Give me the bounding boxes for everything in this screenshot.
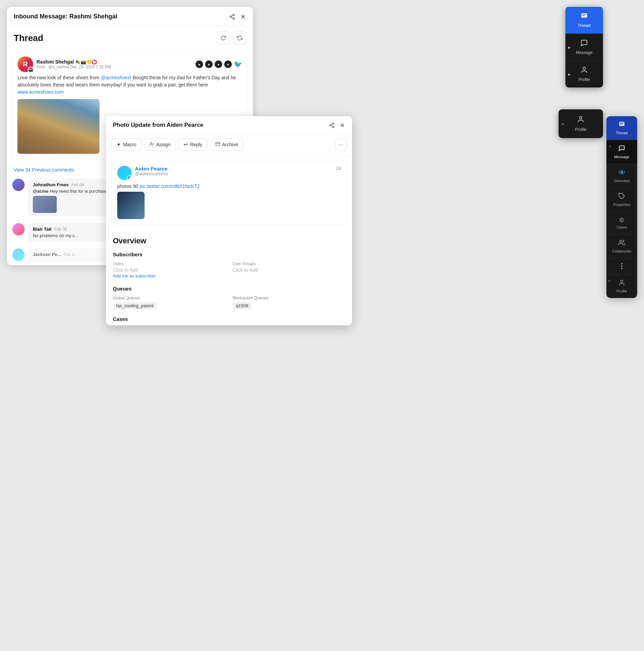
post-icons: ● ● ● ● 🐦: [196, 60, 242, 68]
rsb-properties-label: Properties: [613, 203, 630, 207]
photo-close-button[interactable]: [339, 122, 345, 128]
rsb-properties[interactable]: Properties: [606, 188, 637, 212]
workspace-queues-field: Workspace Queues q1509: [232, 296, 345, 309]
cases-title: Cases: [113, 316, 345, 325]
assign-button[interactable]: Assign: [144, 139, 176, 151]
thread-popup-thread-label: Thread: [578, 23, 591, 28]
rsb-collaborate-icon: [618, 239, 625, 248]
website-link[interactable]: www.acmeshoes.com: [17, 89, 64, 95]
svg-point-11: [579, 117, 582, 119]
rsb-profile-label: Profile: [616, 289, 627, 293]
author-details: Rashmi Shehgal 🎭📸💛⭕ Post · @s_rashmi Dec…: [37, 59, 111, 69]
action-icon-2[interactable]: ●: [205, 60, 213, 68]
svg-point-0: [233, 14, 234, 16]
sync-button[interactable]: [233, 31, 246, 44]
thread-popup-thread[interactable]: Thread: [565, 7, 603, 34]
shoe-image-inner: [17, 99, 99, 154]
archive-button[interactable]: Archive: [210, 139, 243, 151]
svg-rect-26: [620, 124, 622, 124]
rsb-thread-icon: [618, 121, 625, 130]
queues-section: Queues Global Queues lax_cooling_parent …: [113, 286, 345, 309]
close-button[interactable]: [240, 14, 246, 20]
reply-label: Reply: [190, 142, 202, 147]
svg-point-10: [583, 67, 585, 70]
users-value[interactable]: Click to Add: [113, 267, 226, 273]
workspace-queue-value: q1509: [232, 302, 252, 309]
tweet-verify-badge: ✓: [127, 175, 132, 180]
comment-author-3: Jackson Pe...: [33, 252, 61, 257]
svg-point-29: [620, 240, 622, 243]
svg-point-12: [333, 123, 334, 124]
rsb-overview[interactable]: Overview: [606, 164, 637, 188]
photo-share-button[interactable]: [329, 122, 335, 128]
thread-title: Thread: [14, 33, 43, 43]
author-name: Rashmi Shehgal: [37, 59, 74, 65]
author-avatar: R 📷: [17, 56, 33, 72]
rsb-cases[interactable]: © Cases: [606, 212, 637, 234]
global-queues-label: Global Queues: [113, 296, 226, 300]
post-image: [17, 99, 99, 154]
thread-popup-profile[interactable]: ▶ Profile: [565, 61, 603, 87]
action-icon-3[interactable]: ●: [215, 60, 222, 68]
profile-popup-label: Profile: [575, 127, 587, 132]
profile-popup-item[interactable]: ▶ Profile: [559, 109, 603, 138]
svg-point-30: [621, 280, 623, 283]
overview-title: Overview: [113, 236, 345, 245]
subscribers-fields: Users Click to Add User Groups Click to …: [113, 261, 345, 273]
post-author-row: R 📷 Rashmi Shehgal 🎭📸💛⭕ Post · @s_rashmi…: [17, 56, 242, 72]
comment-date-2: Feb 05: [54, 227, 67, 232]
tweet-card: ✓ Aiden Pearce @aidenctosblume 2d photos…: [111, 160, 347, 225]
comment-date-1: Feb 04: [71, 182, 84, 187]
more-button[interactable]: ···: [335, 139, 347, 150]
mention-link[interactable]: @acmeshoes: [101, 75, 130, 80]
rsb-message[interactable]: ▼ Message: [606, 140, 637, 164]
macro-button[interactable]: ✦ Macro: [111, 138, 142, 151]
tweet-link[interactable]: pic.twitter.com/mf6X1NcKT2: [139, 184, 200, 189]
share-button[interactable]: [229, 14, 235, 20]
thread-controls: [217, 31, 246, 44]
rsb-profile[interactable]: ▶ Profile: [606, 274, 637, 298]
tweet-handle: @aidenctosblume: [135, 172, 168, 176]
profile-popup-profile-icon: [577, 116, 585, 125]
right-main-sidebar: Thread ▼ Message Overview Properties © C…: [606, 116, 637, 298]
refresh-button[interactable]: [217, 31, 230, 44]
tweet-author-name: Aiden Pearce: [135, 166, 168, 172]
post-author-info: R 📷 Rashmi Shehgal 🎭📸💛⭕ Post · @s_rashmi…: [17, 56, 111, 72]
tweet-time: 2d: [336, 166, 341, 171]
svg-line-16: [331, 124, 333, 125]
reply-button[interactable]: ↩ Reply: [178, 138, 207, 151]
main-panel-title: Inbound Message: Rashmi Shehgal: [14, 13, 117, 20]
profile-arrow-icon: ▶: [568, 72, 571, 76]
rsb-collaborate-label: Collaborate: [612, 249, 631, 253]
thread-popup-thread-icon: [580, 12, 588, 22]
thread-popup: Thread ▶ Message ▶ Profile: [565, 7, 603, 87]
add-subscriber-link[interactable]: Add me as subscriber: [113, 273, 156, 279]
comment-date-3: Feb 0...: [64, 252, 78, 257]
subscribers-title: Subscribers: [113, 252, 345, 257]
rsb-cases-icon: ©: [619, 217, 624, 224]
svg-rect-8: [582, 14, 587, 15]
rsb-thread[interactable]: Thread: [606, 116, 637, 140]
action-icon-4[interactable]: ●: [224, 60, 232, 68]
thread-popup-message-label: Message: [576, 50, 593, 55]
svg-point-27: [621, 172, 623, 173]
comment-author-1: Johnathon Frees: [33, 182, 69, 187]
comment-avatar-2: [12, 223, 25, 235]
svg-point-2: [233, 18, 234, 19]
rsb-thread-label: Thread: [616, 131, 628, 135]
rsb-more-dots[interactable]: [606, 258, 637, 274]
author-name-row: Rashmi Shehgal 🎭📸💛⭕: [37, 59, 111, 65]
main-header: Inbound Message: Rashmi Shehgal: [7, 7, 253, 25]
thread-popup-message[interactable]: ▶ Message: [565, 34, 603, 61]
author-emojis: 🎭📸💛⭕: [75, 59, 97, 65]
groups-value[interactable]: Click to Add: [232, 267, 345, 273]
rsb-collaborate[interactable]: Collaborate: [606, 234, 637, 258]
svg-point-19: [150, 142, 152, 144]
tweet-body: photos 90 pic.twitter.com/mf6X1NcKT2: [117, 184, 341, 189]
thread-popup-profile-label: Profile: [578, 77, 590, 82]
users-field: Users Click to Add: [113, 261, 226, 273]
platform-badge: 📷: [28, 67, 34, 73]
photo-toolbar: ✦ Macro Assign ↩ Reply Archive ···: [106, 134, 352, 155]
action-icon-1[interactable]: ●: [196, 60, 203, 68]
svg-line-4: [231, 15, 233, 16]
